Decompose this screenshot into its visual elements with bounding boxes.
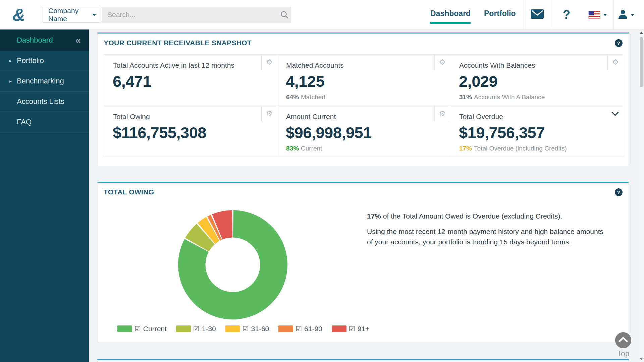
gear-icon[interactable]: ⚙ <box>261 55 277 70</box>
stat-card-percent: 31% <box>459 94 472 101</box>
stat-card-value: $19,756,357 <box>459 123 545 142</box>
search-icon[interactable] <box>278 7 291 23</box>
legend-item-91-[interactable]: ☑91+ <box>332 325 369 333</box>
caret-down-icon <box>603 14 607 16</box>
legend-item-1-30[interactable]: ☑1-30 <box>176 325 216 333</box>
legend-swatch <box>332 325 346 332</box>
chevron-up-icon <box>618 337 628 344</box>
question-mark-icon: ? <box>563 8 570 22</box>
caret-down-icon <box>92 14 96 16</box>
chevron-down-icon[interactable] <box>607 106 623 121</box>
sidebar-item-benchmarking[interactable]: ▸ Benchmarking <box>0 71 89 92</box>
gear-icon[interactable]: ⚙ <box>434 55 450 70</box>
sidebar-item-label: Dashboard <box>17 36 53 45</box>
sidebar-item-portfolio[interactable]: ▸ Portfolio <box>0 51 89 71</box>
top-navbar: & Company Name Dashboard Portfolio ? <box>0 0 644 29</box>
stat-card-value: 6,471 <box>113 72 151 90</box>
company-selector[interactable]: Company Name <box>43 7 101 23</box>
checkbox-checked-icon[interactable]: ☑ <box>193 325 200 333</box>
stat-card-label: Total Overdue <box>459 113 503 121</box>
legend-label: 91+ <box>358 325 370 333</box>
sidebar-item-dashboard[interactable]: Dashboard « <box>0 29 89 51</box>
total-owing-donut <box>177 209 288 320</box>
stat-card-matched-accounts: Matched Accounts ⚙ 4,125 64%Matched <box>277 55 450 106</box>
scroll-to-top-button[interactable] <box>615 332 631 348</box>
legend-label: Current <box>143 325 167 333</box>
stat-card-value: $96,998,951 <box>286 123 372 142</box>
donut-legend: ☑Current☑1-30☑31-60☑61-90☑91+ <box>117 325 369 333</box>
search-box <box>102 7 291 23</box>
scrollbar-thumb[interactable] <box>640 37 643 87</box>
legend-swatch <box>225 325 240 332</box>
legend-swatch <box>278 325 293 332</box>
help-circle-icon[interactable]: ? <box>615 39 623 47</box>
receivable-snapshot-panel: YOUR CURRENT RECEIVABLE SNAPSHOT ? Total… <box>97 33 629 166</box>
user-menu[interactable] <box>613 0 639 29</box>
stat-card-label: Total Accounts Active in last 12 months <box>113 61 234 69</box>
checkbox-checked-icon[interactable]: ☑ <box>243 325 249 333</box>
sidebar: Dashboard « ▸ Portfolio ▸ Benchmarking A… <box>0 29 89 362</box>
tab-portfolio[interactable]: Portfolio <box>484 9 516 24</box>
sidebar-item-label: Benchmarking <box>17 77 64 85</box>
checkbox-checked-icon[interactable]: ☑ <box>349 325 355 333</box>
checkbox-checked-icon[interactable]: ☑ <box>135 325 141 333</box>
scrollbar-down-arrow-icon[interactable] <box>640 358 643 360</box>
total-owing-panel: TOTAL OWING ? ☑Current☑1-30☑31-60☑61-90☑… <box>97 182 629 342</box>
stat-card-subtext: 83%Current <box>286 145 322 152</box>
envelope-icon <box>531 9 544 20</box>
page-scrollbar[interactable] <box>639 29 644 362</box>
main-content: YOUR CURRENT RECEIVABLE SNAPSHOT ? Total… <box>89 29 639 362</box>
company-selector-label: Company Name <box>48 7 92 23</box>
gear-icon[interactable]: ⚙ <box>607 55 623 70</box>
tab-dashboard[interactable]: Dashboard <box>430 9 471 24</box>
overdue-summary-line: 17% of the Total Amount Owed is Overdue … <box>367 211 605 221</box>
caret-right-icon: ▸ <box>9 58 12 63</box>
stat-card-label: Amount Current <box>286 113 336 121</box>
search-input[interactable] <box>102 7 278 23</box>
panel-title: TOTAL OWING <box>104 188 154 196</box>
messages-button[interactable] <box>524 0 551 29</box>
legend-label: 1-30 <box>202 325 216 333</box>
caret-down-icon <box>631 14 635 16</box>
legend-label: 61-90 <box>304 325 322 333</box>
next-panel-edge <box>97 359 629 362</box>
checkbox-checked-icon[interactable]: ☑ <box>296 325 302 333</box>
stat-card-total-accounts: Total Accounts Active in last 12 months … <box>104 55 277 106</box>
sidebar-item-faq[interactable]: FAQ <box>0 112 89 132</box>
legend-item-31-60[interactable]: ☑31-60 <box>225 325 269 333</box>
legend-swatch <box>117 325 132 332</box>
stat-card-amount-current: Amount Current ⚙ $96,998,951 83%Current <box>277 106 450 157</box>
scrollbar-up-arrow-icon[interactable] <box>640 32 643 34</box>
stat-card-percent: 83% <box>286 145 299 152</box>
total-owing-donut-chart <box>177 209 288 320</box>
stat-card-percent: 64% <box>286 94 299 101</box>
sidebar-item-accounts-lists[interactable]: Accounts Lists <box>0 92 89 112</box>
stat-card-subtext: 64%Matched <box>286 94 325 101</box>
legend-item-61-90[interactable]: ☑61-90 <box>278 325 322 333</box>
stat-card-subtext: 17%Total Overdue (including Credits) <box>459 145 567 152</box>
company-logo[interactable]: & <box>9 4 29 25</box>
stat-card-label: Accounts With Balances <box>459 61 535 69</box>
sidebar-item-label: Portfolio <box>17 56 44 65</box>
sidebar-item-label: Accounts Lists <box>17 97 64 106</box>
gear-icon[interactable]: ⚙ <box>434 106 450 121</box>
help-button[interactable]: ? <box>551 0 582 29</box>
trending-description: Using the most recent 12-month payment h… <box>367 226 605 247</box>
stat-card-accounts-with-balances: Accounts With Balances ⚙ 2,029 31%Accoun… <box>450 55 623 106</box>
stat-card-label: Total Owing <box>113 113 150 121</box>
legend-label: 31-60 <box>251 325 269 333</box>
ampersand-logo-icon: & <box>12 5 25 25</box>
stat-card-percent: 17% <box>459 145 472 152</box>
caret-right-icon: ▸ <box>9 78 12 84</box>
scroll-to-top-label: Top <box>611 349 636 358</box>
help-circle-icon[interactable]: ? <box>615 188 623 196</box>
sidebar-collapse-icon[interactable]: « <box>75 35 81 46</box>
language-selector[interactable] <box>582 0 613 29</box>
stat-card-value: 2,029 <box>459 72 497 90</box>
stat-cards-grid: Total Accounts Active in last 12 months … <box>104 54 623 157</box>
gear-icon[interactable]: ⚙ <box>261 106 277 121</box>
stat-card-total-overdue: Total Overdue $19,756,357 17%Total Overd… <box>450 106 623 157</box>
stat-card-total-owing: Total Owing ⚙ $116,755,308 <box>104 106 277 157</box>
stat-card-value: 4,125 <box>286 72 324 90</box>
legend-item-current[interactable]: ☑Current <box>117 325 167 333</box>
